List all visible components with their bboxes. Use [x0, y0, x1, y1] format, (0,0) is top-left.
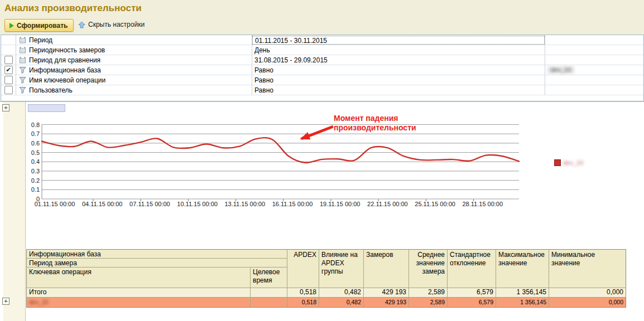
total-stddev[interactable]: 6,579 — [447, 288, 496, 297]
header-avg-value[interactable]: Среднее значение замера — [408, 250, 447, 288]
arrow-up-icon — [78, 21, 85, 28]
header-target-time[interactable]: Целевое время — [250, 268, 287, 288]
total-avg[interactable]: 2,589 — [408, 288, 447, 297]
setting-label-text: Имя ключевой операции — [29, 76, 105, 84]
setting-label-compare-period[interactable]: Период для сравнения — [16, 55, 252, 65]
svg-text:0.2: 0.2 — [31, 177, 40, 184]
filter-icon — [19, 76, 26, 84]
total-measurements[interactable]: 429 193 — [363, 288, 408, 297]
header-measurements[interactable]: Замеров — [363, 250, 408, 288]
infobase-checkbox[interactable] — [4, 66, 13, 74]
total-max[interactable]: 1 356,145 — [496, 288, 549, 297]
setting-row-period: Период 01.11.2015 - 30.11.2015 — [1, 35, 643, 45]
checkbox-cell — [1, 85, 16, 95]
infobase-masked-value[interactable]: dev_10 — [547, 66, 574, 74]
header-apdex-influence[interactable]: Влияние на APDEX группы — [319, 250, 363, 288]
setting-label-text: Пользователь — [29, 86, 73, 94]
setting-row-compare-period: Период для сравнения 31.08.2015 - 29.09.… — [1, 55, 643, 65]
extra-cell — [545, 35, 643, 45]
header-std-deviation[interactable]: Стандартное отклонение — [447, 250, 496, 288]
infobase-stddev[interactable]: 6,579 — [447, 298, 496, 307]
header-min-value[interactable]: Минимальное значение — [549, 250, 626, 288]
results-table-header: Информационная база Период замера Ключев… — [27, 250, 626, 288]
settings-panel: Период 01.11.2015 - 30.11.2015 Периодичн… — [1, 35, 644, 101]
table-row-total: Итого 0,518 0,482 429 193 2,589 6,579 1 … — [27, 288, 626, 297]
table-group-expander[interactable]: + — [2, 298, 9, 305]
chart-group-expander[interactable]: + — [2, 104, 9, 111]
setting-label-text: Период для сравнения — [29, 56, 100, 64]
table-row-infobase: dev_10 0,518 0,482 429 193 2,589 6,579 1… — [27, 297, 626, 307]
infobase-comparison[interactable]: Равно — [252, 66, 545, 75]
setting-label-period[interactable]: Период — [16, 35, 252, 45]
header-key-operation[interactable]: Ключевая операция — [27, 268, 250, 288]
infobase-max[interactable]: 1 356,145 — [496, 298, 549, 307]
generate-button[interactable]: Сформировать — [4, 19, 74, 32]
annotation-arrow — [301, 127, 333, 139]
header-apdex[interactable]: APDEX — [287, 250, 319, 288]
svg-text:01.11.15 00:00: 01.11.15 00:00 — [35, 201, 75, 207]
legend-label-masked: dev_10 — [563, 159, 583, 166]
total-row-label[interactable]: Итого — [27, 288, 250, 297]
total-min[interactable]: 0,000 — [549, 288, 626, 297]
total-influence[interactable]: 0,482 — [319, 288, 363, 297]
svg-text:19.11.15 00:00: 19.11.15 00:00 — [320, 201, 361, 207]
apdex-line-chart: 0.80.70.60.50.40.30.20.1001.11.15 00:000… — [22, 112, 536, 212]
setting-label-text: Информационная база — [29, 66, 101, 74]
setting-label-periodicity[interactable]: Периодичность замеров — [16, 45, 252, 55]
setting-value-user[interactable]: Равно — [252, 85, 545, 95]
hide-settings-label: Скрыть настройки — [88, 21, 145, 28]
total-target-time-cell[interactable] — [250, 288, 287, 297]
infobase-apdex[interactable]: 0,518 — [287, 298, 319, 307]
infobase-measurements[interactable]: 429 193 — [363, 298, 408, 307]
user-comparison[interactable]: Равно — [252, 86, 545, 95]
checkbox-cell — [1, 75, 16, 85]
setting-value-period[interactable]: 01.11.2015 - 30.11.2015 — [252, 35, 545, 45]
svg-text:10.11.15 00:00: 10.11.15 00:00 — [177, 201, 218, 207]
svg-text:0.5: 0.5 — [31, 149, 40, 156]
compare-period-checkbox[interactable] — [4, 56, 13, 64]
header-max-value[interactable]: Максимальное значение — [496, 250, 549, 288]
infobase-influence[interactable]: 0,482 — [319, 298, 363, 307]
infobase-row-label-masked[interactable]: dev_10 — [27, 298, 250, 307]
keyop-comparison[interactable]: Равно — [252, 76, 545, 85]
filter-icon — [19, 86, 26, 94]
svg-text:0.6: 0.6 — [31, 140, 40, 147]
annotation-text: Момент падения производительности — [334, 114, 416, 133]
infobase-avg[interactable]: 2,589 — [408, 298, 447, 307]
compare-period-value[interactable]: 31.08.2015 - 29.09.2015 — [252, 56, 545, 65]
checkbox-cell — [1, 35, 16, 45]
setting-value-compare-period[interactable]: 31.08.2015 - 29.09.2015 — [252, 55, 545, 65]
setting-row-periodicity: Периодичность замеров День — [1, 45, 643, 55]
setting-label-user[interactable]: Пользователь — [16, 85, 252, 95]
setting-label-infobase[interactable]: Информационная база — [16, 65, 252, 75]
header-measure-period[interactable]: Период замера — [27, 259, 287, 268]
annotation-line2: производительности — [334, 123, 416, 133]
period-value[interactable]: 01.11.2015 - 30.11.2015 — [252, 36, 545, 45]
selected-empty-cell[interactable] — [28, 104, 65, 112]
results-table: Информационная база Период замера Ключев… — [26, 249, 626, 308]
setting-row-user: Пользователь Равно — [1, 85, 643, 95]
keyop-checkbox[interactable] — [4, 76, 13, 84]
setting-label-text: Периодичность замеров — [29, 46, 105, 54]
hide-settings-button[interactable]: Скрыть настройки — [78, 21, 145, 28]
svg-text:07.11.15 00:00: 07.11.15 00:00 — [129, 201, 170, 207]
svg-text:28.11.15 00:00: 28.11.15 00:00 — [463, 201, 503, 207]
infobase-min[interactable]: 0,000 — [549, 298, 626, 307]
legend-swatch — [554, 159, 561, 166]
setting-value-periodicity[interactable]: День — [252, 45, 545, 55]
svg-text:22.11.15 00:00: 22.11.15 00:00 — [367, 201, 408, 207]
extra-cell — [545, 45, 643, 55]
svg-text:0.1: 0.1 — [31, 186, 40, 193]
svg-text:0.8: 0.8 — [31, 121, 40, 128]
infobase-target-time-cell[interactable] — [250, 298, 287, 307]
periodicity-value[interactable]: День — [252, 46, 545, 55]
setting-label-keyop[interactable]: Имя ключевой операции — [16, 75, 252, 85]
header-infobase[interactable]: Информационная база — [27, 250, 287, 259]
setting-value-keyop[interactable]: Равно — [252, 75, 545, 85]
setting-value-infobase[interactable]: Равно — [252, 65, 545, 75]
total-apdex[interactable]: 0,518 — [287, 288, 319, 297]
checkbox-cell — [1, 45, 16, 55]
generate-button-label: Сформировать — [17, 22, 68, 30]
infobase-extra-cell[interactable]: dev_10 — [545, 65, 643, 75]
user-checkbox[interactable] — [4, 86, 13, 94]
